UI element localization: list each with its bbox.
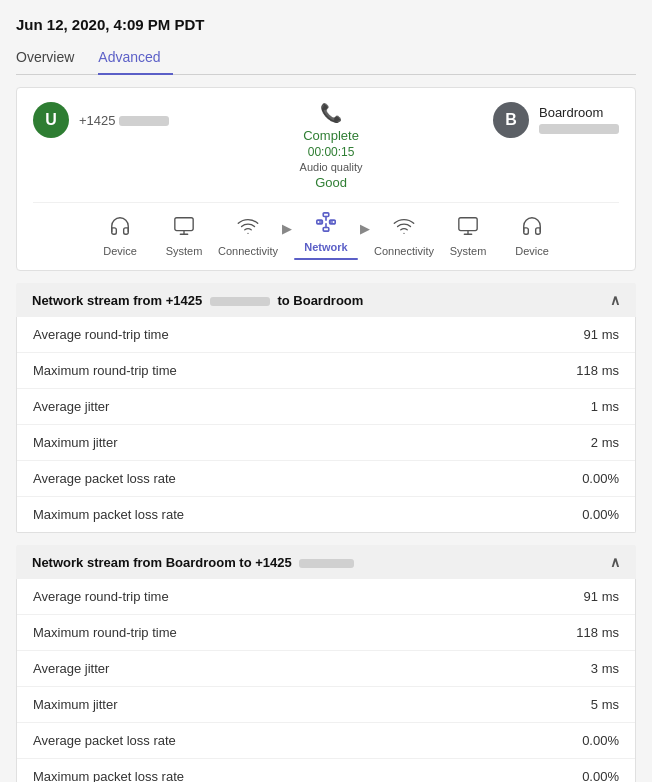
call-status: Complete — [303, 128, 359, 143]
tabs-bar: Overview Advanced — [16, 43, 636, 75]
wifi-right-icon — [393, 215, 415, 242]
active-indicator — [294, 258, 358, 260]
table-row: Maximum round-trip time 118 ms — [17, 353, 635, 389]
net-label-system-right: System — [450, 245, 487, 257]
table-row: Average packet loss rate 0.00% — [17, 461, 635, 497]
table-row: Maximum round-trip time 118 ms — [17, 615, 635, 651]
net-label-device-left: Device — [103, 245, 137, 257]
net-label-connectivity-right: Connectivity — [374, 245, 434, 257]
stream1-section: Network stream from +1425 to Boardroom ∧… — [16, 283, 636, 533]
svg-rect-13 — [459, 217, 477, 230]
headset-right-icon — [521, 215, 543, 242]
avatar-user: U — [33, 102, 69, 138]
table-row: Average jitter 1 ms — [17, 389, 635, 425]
audio-quality-value: Good — [315, 175, 347, 190]
monitor-left-icon — [173, 215, 195, 242]
phone-icon: 📞 — [320, 102, 342, 124]
boardroom-id-redacted — [539, 124, 619, 134]
net-icon-device-left[interactable]: Device — [88, 215, 152, 257]
network-icons-row: Device System Connectivity ▶ Network — [33, 202, 619, 260]
avatar-boardroom: B — [493, 102, 529, 138]
stream1-collapse-button[interactable]: ∧ — [610, 292, 620, 308]
stream1-number-redacted — [210, 297, 270, 306]
participant-right: B Boardroom — [493, 102, 619, 138]
net-icon-connectivity-right[interactable]: Connectivity — [372, 215, 436, 257]
stream2-metrics-table: Average round-trip time 91 ms Maximum ro… — [16, 579, 636, 782]
net-label-connectivity-left: Connectivity — [218, 245, 278, 257]
stream2-title: Network stream from Boardroom to +1425 — [32, 555, 354, 570]
table-row: Average packet loss rate 0.00% — [17, 723, 635, 759]
stream1-title: Network stream from +1425 to Boardroom — [32, 293, 363, 308]
monitor-right-icon — [457, 215, 479, 242]
tab-advanced[interactable]: Advanced — [98, 43, 172, 75]
page-title: Jun 12, 2020, 4:09 PM PDT — [16, 16, 636, 33]
call-duration: 00:00:15 — [308, 145, 355, 159]
participant-left: U +1425 — [33, 102, 169, 138]
tab-overview[interactable]: Overview — [16, 43, 86, 75]
svg-rect-0 — [175, 217, 193, 230]
table-row: Average round-trip time 91 ms — [17, 579, 635, 615]
user-info: +1425 — [79, 113, 169, 128]
arrow-left-icon: ▶ — [280, 221, 294, 236]
stream1-metrics-table: Average round-trip time 91 ms Maximum ro… — [16, 317, 636, 533]
stream2-header: Network stream from Boardroom to +1425 ∧ — [16, 545, 636, 579]
call-card: U +1425 📞 Complete 00:00:15 Audio qualit… — [16, 87, 636, 271]
table-row: Maximum jitter 5 ms — [17, 687, 635, 723]
net-label-system-left: System — [166, 245, 203, 257]
table-row: Maximum packet loss rate 0.00% — [17, 497, 635, 532]
net-icon-system-right[interactable]: System — [436, 215, 500, 257]
net-label-network: Network — [304, 241, 347, 253]
user-number: +1425 — [79, 113, 169, 128]
table-row: Average round-trip time 91 ms — [17, 317, 635, 353]
table-row: Average jitter 3 ms — [17, 651, 635, 687]
net-icon-network[interactable]: Network — [294, 211, 358, 260]
net-icon-device-right[interactable]: Device — [500, 215, 564, 257]
page-container: Jun 12, 2020, 4:09 PM PDT Overview Advan… — [0, 0, 652, 782]
call-participants: U +1425 📞 Complete 00:00:15 Audio qualit… — [33, 102, 619, 190]
net-icon-system-left[interactable]: System — [152, 215, 216, 257]
headset-left-icon — [109, 215, 131, 242]
table-row: Maximum packet loss rate 0.00% — [17, 759, 635, 782]
arrow-right-icon: ▶ — [358, 221, 372, 236]
network-icon — [315, 211, 337, 238]
stream2-section: Network stream from Boardroom to +1425 ∧… — [16, 545, 636, 782]
user-number-redacted — [119, 116, 169, 126]
net-icon-connectivity-left[interactable]: Connectivity — [216, 215, 280, 257]
net-label-device-right: Device — [515, 245, 549, 257]
boardroom-name: Boardroom — [539, 105, 619, 120]
stream2-collapse-button[interactable]: ∧ — [610, 554, 620, 570]
boardroom-info: Boardroom — [539, 105, 619, 135]
stream1-header: Network stream from +1425 to Boardroom ∧ — [16, 283, 636, 317]
wifi-left-icon — [237, 215, 259, 242]
table-row: Maximum jitter 2 ms — [17, 425, 635, 461]
stream2-number-redacted — [299, 559, 354, 568]
audio-quality-label: Audio quality — [300, 161, 363, 173]
call-center-info: 📞 Complete 00:00:15 Audio quality Good — [300, 102, 363, 190]
